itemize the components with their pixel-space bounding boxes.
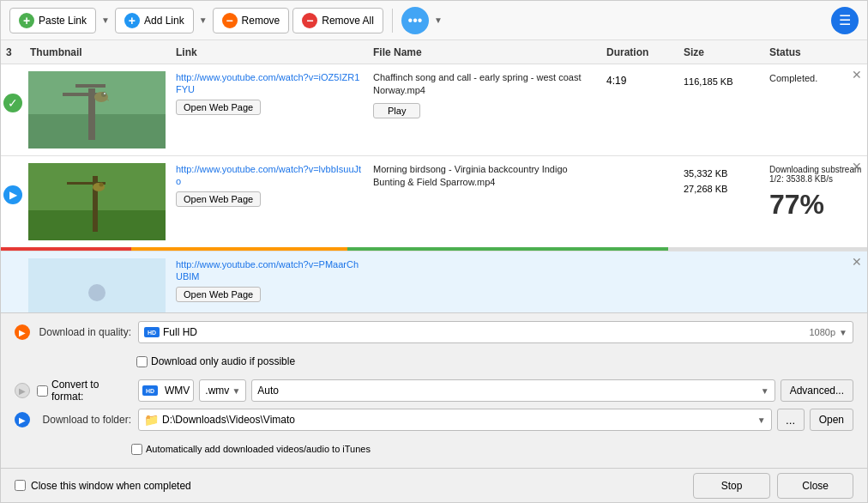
paste-link-dropdown[interactable]: ▼ xyxy=(99,15,112,25)
more-button[interactable]: ••• xyxy=(401,7,429,34)
convert-checkbox[interactable] xyxy=(37,385,48,397)
quality-value: Full HD xyxy=(163,326,197,338)
th-status: Status xyxy=(764,46,867,58)
row1-url[interactable]: http://www.youtube.com/watch?v=iOZ5IZR1F… xyxy=(176,71,363,96)
th-size: Size xyxy=(678,46,764,58)
row1-duration: 4:19 xyxy=(601,68,678,90)
convert-row: ▶ Convert to format: HD WMV .wmv ▼ Auto … xyxy=(15,379,853,403)
quality-select[interactable]: HD Full HD 1080p ▼ xyxy=(138,321,853,343)
row2-link-cell: http://www.youtube.com/watch?v=lvbbIsuuJ… xyxy=(171,160,368,210)
advanced-button[interactable]: Advanced... xyxy=(781,379,853,402)
convert-bullet: ▶ xyxy=(15,383,30,398)
audio-only-checkbox[interactable] xyxy=(136,356,148,367)
close-window-button[interactable]: Close xyxy=(777,473,853,499)
close-when-done-text: Close this window when completed xyxy=(31,480,191,492)
open-folder-button[interactable]: Open xyxy=(810,409,853,431)
folder-label: Download to folder: xyxy=(37,414,131,426)
audio-only-label[interactable]: Download only audio if possible xyxy=(136,355,295,367)
table-row: ▶ xyxy=(1,156,867,252)
itunes-checkbox[interactable] xyxy=(131,444,142,455)
itunes-row: Automatically add downloaded videos/audi… xyxy=(15,437,853,461)
row1-content: ✓ xyxy=(1,64,867,155)
folder-row: ▶ Download to folder: 📁 D:\Downloads\Vid… xyxy=(15,408,853,432)
remove-button[interactable]: − Remove xyxy=(213,8,290,33)
row2-filename: Morning birdsong - Virginia backcountry … xyxy=(373,163,596,190)
row2-duration xyxy=(601,160,678,170)
menu-button[interactable]: ☰ xyxy=(831,7,859,34)
th-link: Link xyxy=(171,46,368,58)
th-filename: File Name xyxy=(368,46,601,58)
format-ext-value: .wmv xyxy=(205,385,229,397)
format-select[interactable]: HD WMV xyxy=(138,379,194,402)
table-row: http://www.youtube.com/watch?v=PMaarChUB… xyxy=(1,252,867,312)
svg-rect-16 xyxy=(28,163,166,240)
row2-size: 35,332 KB 27,268 KB xyxy=(678,160,764,200)
format-icon: HD xyxy=(142,385,158,396)
row2-thumbnail xyxy=(25,160,171,244)
add-link-dropdown[interactable]: ▼ xyxy=(197,15,209,25)
pending-thumbnail xyxy=(28,258,166,312)
folder-path-arrow: ▼ xyxy=(757,415,766,425)
row1-close-button[interactable]: ✕ xyxy=(850,68,864,82)
hd-icon: HD xyxy=(144,327,160,337)
row2-filename-cell: Morning birdsong - Virginia backcountry … xyxy=(368,160,601,193)
row2-size1: 35,332 KB xyxy=(684,167,759,182)
row2-open-page-button[interactable]: Open Web Page xyxy=(176,191,261,207)
remove-label: Remove xyxy=(242,15,280,27)
folder-path-text: D:\Downloads\Videos\Vimato xyxy=(162,414,295,426)
row1-status-icon: ✓ xyxy=(1,68,25,112)
more-dropdown[interactable]: ▼ xyxy=(432,15,444,25)
row3-content: http://www.youtube.com/watch?v=PMaarChUB… xyxy=(1,252,867,312)
quality-controls: HD Full HD 1080p ▼ xyxy=(138,321,853,343)
folder-icon: 📁 xyxy=(144,413,159,427)
row2-close-button[interactable]: ✕ xyxy=(850,160,864,173)
row1-thumbnail xyxy=(25,68,171,152)
close-when-done-checkbox[interactable] xyxy=(15,480,26,491)
format-ext-arrow: ▼ xyxy=(232,386,240,396)
add-link-button[interactable]: + Add Link xyxy=(115,8,194,33)
remove-all-icon: − xyxy=(302,13,317,28)
auto-value: Auto xyxy=(257,385,279,397)
auto-arrow: ▼ xyxy=(761,386,769,396)
thumbnail-image xyxy=(28,71,166,148)
folder-path-display[interactable]: 📁 D:\Downloads\Videos\Vimato ▼ xyxy=(138,409,772,431)
pending-circle xyxy=(88,284,105,301)
paste-link-button[interactable]: + Paste Link xyxy=(9,8,96,33)
audio-only-row: Download only audio if possible xyxy=(15,349,853,373)
options-panel: ▶ Download in quality: HD Full HD 1080p … xyxy=(1,312,867,468)
row3-status-icon xyxy=(1,255,25,272)
row3-duration xyxy=(601,255,678,265)
quality-label: Download in quality: xyxy=(37,326,131,338)
th-num: 3 xyxy=(1,46,25,58)
bottom-bar: Close this window when completed Stop Cl… xyxy=(1,468,867,502)
remove-all-button[interactable]: − Remove All xyxy=(292,8,383,33)
browse-button[interactable]: ... xyxy=(777,409,805,431)
thumbnail-image-2 xyxy=(28,163,166,240)
row3-open-page-button[interactable]: Open Web Page xyxy=(176,287,261,302)
row2-progress-bar xyxy=(1,247,867,251)
row1-play-button[interactable]: Play xyxy=(373,103,420,118)
paste-link-label: Paste Link xyxy=(39,15,87,27)
format-ext-select[interactable]: .wmv ▼ xyxy=(199,379,246,402)
folder-bullet: ▶ xyxy=(15,412,30,427)
close-when-done-label[interactable]: Close this window when completed xyxy=(15,480,191,492)
row2-status-icon: ▶ xyxy=(1,160,25,204)
row1-open-page-button[interactable]: Open Web Page xyxy=(176,100,261,115)
toolbar-separator xyxy=(392,9,393,33)
auto-select[interactable]: Auto ▼ xyxy=(251,379,775,402)
row1-filename-cell: Chaffinch song and call - early spring -… xyxy=(368,68,601,122)
progress-segment-empty xyxy=(668,247,867,251)
row2-url[interactable]: http://www.youtube.com/watch?v=lvbbIsuuJ… xyxy=(176,163,363,188)
row3-thumbnail xyxy=(25,255,171,312)
row2-content: ▶ xyxy=(1,156,867,247)
row3-close-button[interactable]: ✕ xyxy=(850,255,864,269)
menu-icon: ☰ xyxy=(839,12,851,28)
remove-icon: − xyxy=(222,13,238,28)
play-icon: ▶ xyxy=(3,185,22,204)
row3-url[interactable]: http://www.youtube.com/watch?v=PMaarChUB… xyxy=(176,258,363,283)
row3-size xyxy=(678,255,764,265)
itunes-label[interactable]: Automatically add downloaded videos/audi… xyxy=(131,444,371,455)
browse-label: ... xyxy=(786,414,795,427)
row2-size2: 27,268 KB xyxy=(684,182,759,197)
stop-button[interactable]: Stop xyxy=(693,473,771,499)
